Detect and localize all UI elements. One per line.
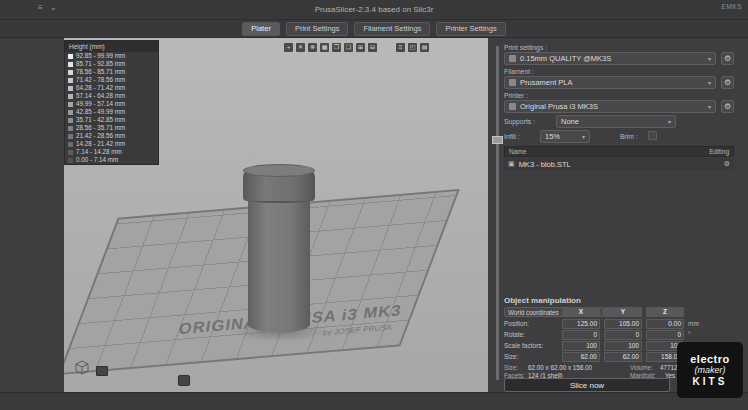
copy-icon[interactable]: ❐: [332, 43, 341, 52]
infill-label: Infill :: [504, 133, 520, 141]
mesh-icon: ▣: [508, 160, 515, 168]
model-cylinder-body[interactable]: [248, 193, 310, 333]
print-settings-select[interactable]: 0.15mm QUALITY @MK3S ▾: [504, 52, 716, 65]
size-label: Size:: [504, 352, 560, 362]
view-toolbar: ≡ ◰ ▤: [396, 43, 429, 52]
watermark: EMKS: [722, 3, 742, 10]
statusbar: [0, 392, 748, 410]
info-size-value: 62.00 x 62.00 x 158.00: [528, 364, 592, 372]
filament-label: Filament :: [504, 68, 534, 76]
chevron-down-icon: ▾: [708, 103, 711, 110]
legend-row: 7.14 - 14.28 mm: [65, 148, 158, 156]
filament-gear-icon[interactable]: ⚙: [721, 76, 734, 89]
legend-swatch: [68, 78, 73, 83]
delete-all-icon[interactable]: ⊗: [308, 43, 317, 52]
size-y-field[interactable]: 62.00: [604, 352, 642, 362]
bed-shape-icon[interactable]: [96, 366, 108, 376]
legend-swatch: [68, 102, 73, 107]
printer-label: Printer :: [504, 92, 528, 100]
hint-icon[interactable]: [178, 375, 190, 386]
legend-row: 14.28 - 21.42 mm: [65, 140, 158, 148]
printer-select[interactable]: Original Prusa i3 MK3S ▾: [504, 100, 716, 113]
legend-row: 0.00 - 7.14 mm: [65, 156, 158, 164]
delete-icon[interactable]: ✕: [296, 43, 305, 52]
scale-x-field[interactable]: 100: [562, 341, 600, 351]
legend-row: 92.85 - 99.99 mm: [65, 52, 158, 60]
brim-label: Brim :: [620, 133, 638, 141]
position-unit: mm: [688, 319, 699, 329]
legend-swatch: [68, 110, 73, 115]
preview-icon[interactable]: ▤: [420, 43, 429, 52]
print-settings-gear-icon[interactable]: ⚙: [721, 52, 734, 65]
rotate-z-field[interactable]: 0: [646, 330, 684, 340]
position-y-field[interactable]: 105.00: [604, 319, 642, 329]
legend-row: 21.42 - 28.56 mm: [65, 132, 158, 140]
rotate-label: Rotate:: [504, 330, 560, 340]
main-toolbar: + ✕ ⊗ ▦ ❐ ❏ ⊞ ⊟: [284, 43, 377, 52]
view-cube-icon[interactable]: [72, 358, 90, 380]
variable-layer-height-icon[interactable]: ≡: [396, 43, 405, 52]
legend-swatch: [68, 70, 73, 75]
brim-checkbox[interactable]: [648, 131, 657, 140]
editing-column-header: Editing: [709, 148, 729, 155]
paste-icon[interactable]: ❏: [344, 43, 353, 52]
chevron-down-icon: ▾: [708, 79, 711, 86]
info-size-label: Size:: [504, 364, 518, 372]
titlebar: ≡ ⌄ PrusaSlicer-2.3.4 based on Slic3r EM…: [0, 0, 748, 20]
model-cylinder-cap-top: [243, 164, 315, 177]
legend-row: 35.71 - 42.85 mm: [65, 116, 158, 124]
filament-select[interactable]: Prusament PLA ▾: [504, 76, 716, 89]
tab-filament-settings[interactable]: Filament Settings: [354, 22, 430, 36]
print-settings-label: Print settings :: [504, 44, 547, 52]
tab-print-settings[interactable]: Print Settings: [286, 22, 349, 36]
tab-printer-settings[interactable]: Printer Settings: [436, 22, 505, 36]
rotate-y-field[interactable]: 0: [604, 330, 642, 340]
tabbar: Plater Print Settings Filament Settings …: [0, 20, 748, 38]
legend-swatch: [68, 54, 73, 59]
rotate-unit: °: [688, 330, 691, 340]
scale-y-field[interactable]: 100: [604, 341, 642, 351]
axis-z-header: Z: [646, 307, 684, 317]
tab-plater[interactable]: Plater: [242, 22, 280, 36]
add-icon[interactable]: +: [284, 43, 293, 52]
legend-row: 57.14 - 64.28 mm: [65, 92, 158, 100]
add-instance-icon[interactable]: ⊞: [356, 43, 365, 52]
legend-swatch: [68, 142, 73, 147]
legend-row: 28.56 - 35.71 mm: [65, 124, 158, 132]
layer-slider-handle[interactable]: [492, 136, 503, 144]
legend-row: 78.56 - 85.71 mm: [65, 68, 158, 76]
rotate-x-field[interactable]: 0: [562, 330, 600, 340]
legend-swatch: [68, 150, 73, 155]
legend-swatch: [68, 118, 73, 123]
legend-swatch: [68, 126, 73, 131]
size-x-field[interactable]: 62.00: [562, 352, 600, 362]
object-list-item[interactable]: ▣ MK3 - blob.STL ⚙: [504, 158, 734, 170]
supports-select[interactable]: None ▾: [556, 115, 676, 128]
printer-gear-icon[interactable]: ⚙: [721, 100, 734, 113]
window-title: PrusaSlicer-2.3.4 based on Slic3r: [120, 5, 628, 14]
arrange-icon[interactable]: ▦: [320, 43, 329, 52]
viewport-3d[interactable]: ORIGINAL PRUSA i3 MK3 by JOSEF PRUSA + ✕…: [64, 38, 488, 392]
infill-select[interactable]: 15% ▾: [540, 130, 590, 143]
chevron-down-icon[interactable]: ⌄: [50, 3, 57, 13]
chevron-down-icon: ▾: [668, 118, 671, 125]
electromaker-kits-logo: electro (maker) KITS: [677, 342, 743, 398]
printer-icon: [509, 103, 516, 110]
legend-row: 85.71 - 92.85 mm: [65, 60, 158, 68]
remove-instance-icon[interactable]: ⊟: [368, 43, 377, 52]
3d-editor-view-icon[interactable]: ◰: [408, 43, 417, 52]
chevron-down-icon: ▾: [582, 133, 585, 140]
legend-swatch: [68, 94, 73, 99]
layer-slider-track[interactable]: [496, 46, 499, 380]
legend-swatch: [68, 134, 73, 139]
legend-swatch: [68, 62, 73, 67]
legend-swatch: [68, 158, 73, 163]
menu-icon[interactable]: ≡: [38, 3, 43, 13]
position-x-field[interactable]: 125.00: [562, 319, 600, 329]
position-z-field[interactable]: 0.00: [646, 319, 684, 329]
chevron-down-icon: ▾: [708, 55, 711, 62]
supports-label: Supports :: [504, 118, 535, 126]
object-settings-gear-icon[interactable]: ⚙: [724, 160, 730, 168]
print-settings-icon: [509, 55, 516, 62]
slice-now-button[interactable]: Slice now: [504, 378, 670, 392]
